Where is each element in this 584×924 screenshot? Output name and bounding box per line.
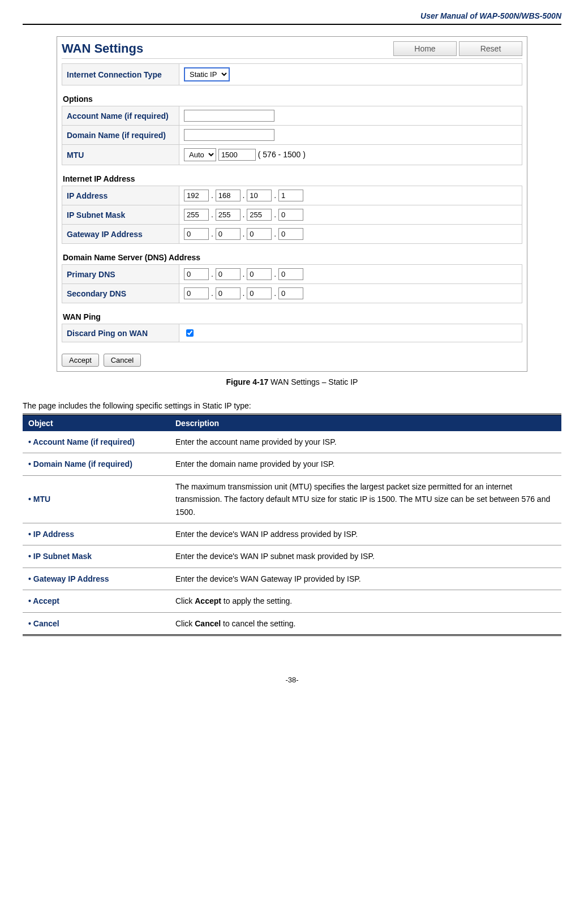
ip-octet-4[interactable] bbox=[278, 190, 303, 201]
secondary-dns-label: Secondary DNS bbox=[62, 284, 179, 303]
description-cell: Click Cancel to cancel the setting. bbox=[170, 612, 561, 635]
description-cell: Enter the account name provided by your … bbox=[170, 431, 561, 453]
account-name-label: Account Name (if required) bbox=[62, 106, 179, 126]
pdns-octet-1[interactable] bbox=[184, 268, 209, 280]
sdns-octet-2[interactable] bbox=[216, 287, 241, 299]
object-cell: • Account Name (if required) bbox=[23, 431, 170, 453]
sdns-octet-4[interactable] bbox=[278, 287, 303, 299]
table-row: • CancelClick Cancel to cancel the setti… bbox=[23, 612, 561, 635]
options-heading: Options bbox=[62, 93, 522, 106]
description-cell: Enter the device's WAN IP address provid… bbox=[170, 523, 561, 545]
gateway-octet-2[interactable] bbox=[216, 228, 241, 240]
title-row: WAN Settings Home Reset bbox=[62, 41, 522, 59]
mtu-label: MTU bbox=[62, 145, 179, 165]
subnet-octet-1[interactable] bbox=[184, 209, 209, 221]
object-cell: • IP Subnet Mask bbox=[23, 545, 170, 568]
mtu-value-input[interactable] bbox=[218, 149, 256, 161]
ict-cell: Static IP bbox=[179, 64, 522, 85]
discard-ping-label: Discard Ping on WAN bbox=[62, 324, 179, 342]
dns-table: Primary DNS . . . Secondary DNS . . . bbox=[62, 264, 522, 303]
sdns-octet-1[interactable] bbox=[184, 287, 209, 299]
subnet-label: IP Subnet Mask bbox=[62, 205, 179, 225]
ict-select[interactable]: Static IP bbox=[184, 67, 230, 81]
internet-ip-table: IP Address . . . IP Subnet Mask . . . Ga… bbox=[62, 186, 522, 244]
home-button[interactable]: Home bbox=[393, 41, 457, 56]
object-cell: • Gateway IP Address bbox=[23, 568, 170, 590]
mtu-mode-select[interactable]: Auto bbox=[184, 148, 216, 161]
options-table: Account Name (if required) Domain Name (… bbox=[62, 106, 522, 165]
domain-name-input[interactable] bbox=[184, 129, 274, 141]
subnet-octet-2[interactable] bbox=[216, 209, 241, 221]
table-row: • MTUThe maximum transmission unit (MTU)… bbox=[23, 475, 561, 523]
subnet-octet-3[interactable] bbox=[247, 209, 272, 221]
figure-number: Figure 4-17 bbox=[226, 377, 269, 386]
table-head-object: Object bbox=[23, 415, 170, 432]
figure-text: WAN Settings – Static IP bbox=[268, 377, 358, 386]
object-cell: • Accept bbox=[23, 590, 170, 612]
table-row: • AcceptClick Accept to apply the settin… bbox=[23, 590, 561, 612]
internet-ip-heading: Internet IP Address bbox=[62, 173, 522, 186]
accept-button[interactable]: Accept bbox=[62, 354, 99, 367]
object-cell: • IP Address bbox=[23, 523, 170, 545]
gateway-octet-3[interactable] bbox=[247, 228, 272, 240]
table-row: • IP AddressEnter the device's WAN IP ad… bbox=[23, 523, 561, 545]
object-cell: • MTU bbox=[23, 475, 170, 523]
table-row: • Gateway IP AddressEnter the device's W… bbox=[23, 568, 561, 590]
table-row: • Account Name (if required)Enter the ac… bbox=[23, 431, 561, 453]
domain-name-label: Domain Name (if required) bbox=[62, 126, 179, 145]
description-table: Object Description • Account Name (if re… bbox=[23, 414, 561, 636]
object-cell: • Domain Name (if required) bbox=[23, 453, 170, 475]
gateway-label: Gateway IP Address bbox=[62, 225, 179, 244]
discard-ping-checkbox[interactable] bbox=[186, 329, 194, 337]
account-name-input[interactable] bbox=[184, 110, 274, 122]
page-number: -38- bbox=[23, 676, 561, 684]
ip-octet-3[interactable] bbox=[247, 190, 272, 201]
button-row: Accept Cancel bbox=[62, 350, 522, 367]
object-cell: • Cancel bbox=[23, 612, 170, 635]
reset-button[interactable]: Reset bbox=[459, 41, 522, 56]
wan-settings-title: WAN Settings bbox=[62, 41, 391, 56]
description-cell: Enter the domain name provided by your I… bbox=[170, 453, 561, 475]
pdns-octet-4[interactable] bbox=[278, 268, 303, 280]
ict-label: Internet Connection Type bbox=[62, 64, 179, 85]
sdns-octet-3[interactable] bbox=[247, 287, 272, 299]
ip-octet-2[interactable] bbox=[216, 190, 241, 201]
pdns-octet-2[interactable] bbox=[216, 268, 241, 280]
ip-address-label: IP Address bbox=[62, 186, 179, 205]
wan-settings-screenshot: WAN Settings Home Reset Internet Connect… bbox=[57, 36, 527, 372]
pdns-octet-3[interactable] bbox=[247, 268, 272, 280]
table-head-description: Description bbox=[170, 415, 561, 432]
gateway-octet-4[interactable] bbox=[278, 228, 303, 240]
figure-caption: Figure 4-17 WAN Settings – Static IP bbox=[23, 377, 561, 386]
cancel-button[interactable]: Cancel bbox=[104, 354, 141, 367]
description-cell: Click Accept to apply the setting. bbox=[170, 590, 561, 612]
description-cell: Enter the device's WAN Gateway IP provid… bbox=[170, 568, 561, 590]
description-cell: The maximum transmission unit (MTU) spec… bbox=[170, 475, 561, 523]
ict-table: Internet Connection Type Static IP bbox=[62, 63, 522, 85]
primary-dns-label: Primary DNS bbox=[62, 265, 179, 284]
wan-ping-heading: WAN Ping bbox=[62, 311, 522, 324]
table-row: • Domain Name (if required)Enter the dom… bbox=[23, 453, 561, 475]
mtu-range-text: ( 576 - 1500 ) bbox=[258, 150, 306, 159]
gateway-octet-1[interactable] bbox=[184, 228, 209, 240]
table-row: • IP Subnet MaskEnter the device's WAN I… bbox=[23, 545, 561, 568]
document-header: User Manual of WAP-500N/WBS-500N bbox=[23, 11, 561, 25]
ip-octet-1[interactable] bbox=[184, 190, 209, 201]
intro-text: The page includes the following specific… bbox=[23, 401, 561, 410]
description-cell: Enter the device's WAN IP subnet mask pr… bbox=[170, 545, 561, 568]
subnet-octet-4[interactable] bbox=[278, 209, 303, 221]
wan-ping-table: Discard Ping on WAN bbox=[62, 324, 522, 342]
dns-heading: Domain Name Server (DNS) Address bbox=[62, 252, 522, 264]
